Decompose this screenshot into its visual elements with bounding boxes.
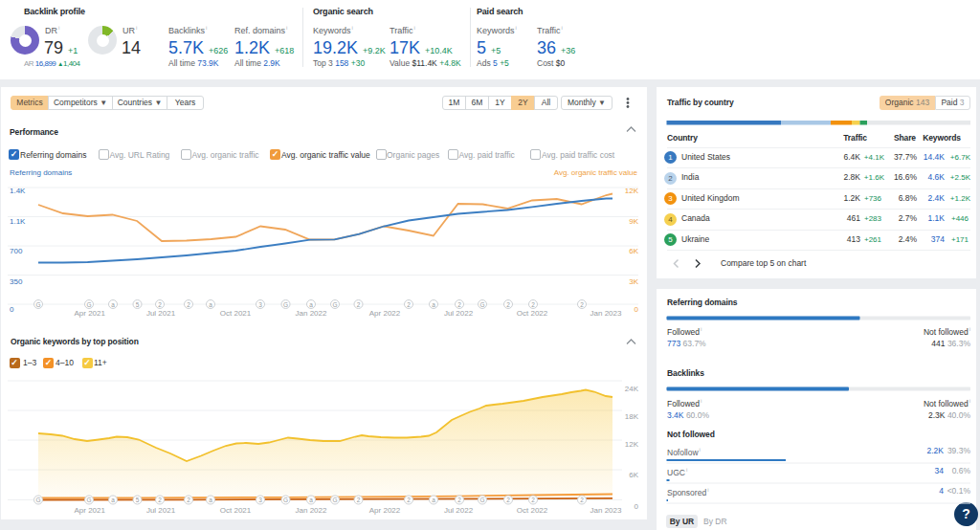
svg-text:G: G [35, 301, 40, 308]
svg-text:Oct 2021: Oct 2021 [220, 506, 252, 515]
svg-text:a: a [209, 301, 212, 308]
svg-text:Oct 2022: Oct 2022 [517, 506, 548, 515]
svg-text:2: 2 [357, 301, 361, 308]
svg-text:G: G [332, 301, 337, 308]
svg-text:a: a [309, 497, 313, 503]
svg-text:Jul 2021: Jul 2021 [146, 506, 176, 515]
svg-text:Apr 2022: Apr 2022 [369, 506, 401, 515]
svg-text:Jan 2023: Jan 2023 [590, 309, 622, 318]
svg-text:Apr 2021: Apr 2021 [74, 309, 105, 318]
svg-text:a: a [209, 497, 212, 503]
svg-text:a: a [432, 301, 435, 308]
svg-text:Jul 2022: Jul 2022 [444, 309, 474, 318]
svg-text:a: a [309, 301, 313, 308]
svg-text:G: G [283, 497, 288, 503]
svg-text:G: G [479, 497, 484, 503]
svg-text:2: 2 [187, 301, 190, 308]
svg-text:a: a [432, 497, 435, 503]
svg-text:Jul 2022: Jul 2022 [444, 506, 474, 515]
svg-text:3: 3 [258, 497, 262, 503]
svg-text:Jan 2022: Jan 2022 [296, 309, 327, 318]
svg-text:a: a [111, 497, 115, 503]
svg-text:Apr 2022: Apr 2022 [369, 309, 401, 318]
svg-text:2: 2 [457, 497, 461, 503]
svg-text:2: 2 [407, 497, 411, 503]
svg-text:Jul 2021: Jul 2021 [146, 309, 176, 318]
svg-text:2: 2 [158, 301, 162, 308]
svg-text:a: a [111, 301, 115, 308]
svg-text:2: 2 [531, 301, 535, 308]
svg-text:2: 2 [580, 301, 584, 308]
svg-text:G: G [86, 301, 91, 308]
svg-text:3: 3 [258, 301, 262, 308]
svg-text:2: 2 [580, 497, 584, 503]
svg-text:2: 2 [357, 497, 361, 503]
svg-text:G: G [479, 301, 484, 308]
svg-text:2: 2 [531, 497, 535, 503]
svg-text:Apr 2021: Apr 2021 [74, 506, 105, 515]
svg-text:2: 2 [158, 497, 162, 503]
svg-text:Jan 2022: Jan 2022 [296, 506, 327, 515]
svg-text:G: G [35, 497, 40, 503]
svg-text:Jan 2023: Jan 2023 [590, 506, 622, 515]
svg-text:2: 2 [506, 497, 510, 503]
svg-text:2: 2 [457, 301, 461, 308]
svg-text:5: 5 [136, 301, 140, 308]
svg-text:Oct 2022: Oct 2022 [517, 309, 548, 318]
svg-text:Oct 2021: Oct 2021 [220, 309, 252, 318]
svg-text:G: G [283, 301, 288, 308]
svg-text:2: 2 [407, 301, 411, 308]
svg-text:2: 2 [187, 497, 190, 503]
svg-text:5: 5 [136, 497, 140, 503]
svg-text:G: G [332, 497, 337, 503]
svg-text:2: 2 [506, 301, 510, 308]
svg-text:G: G [86, 497, 91, 503]
